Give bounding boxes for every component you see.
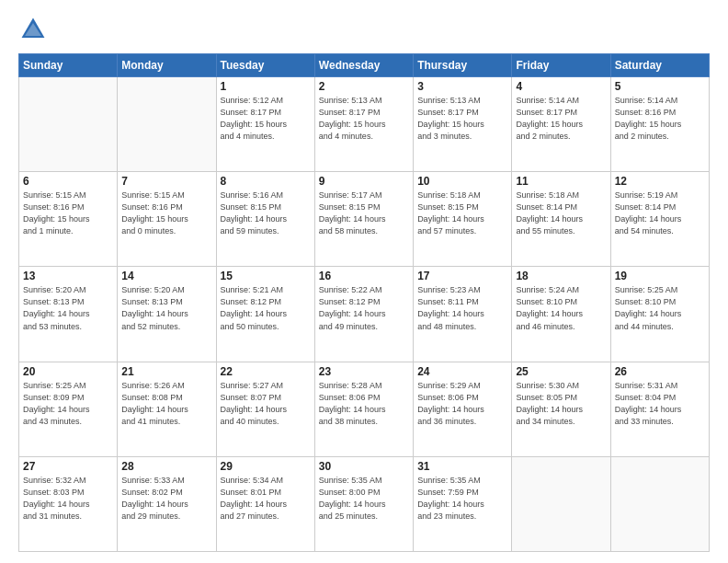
weekday-saturday: Saturday <box>610 54 709 77</box>
day-cell-17: 17Sunrise: 5:23 AM Sunset: 8:11 PM Dayli… <box>414 267 512 362</box>
day-number: 16 <box>319 270 409 282</box>
day-number: 6 <box>23 175 113 188</box>
day-cell-16: 16Sunrise: 5:22 AM Sunset: 8:12 PM Dayli… <box>314 267 413 362</box>
day-info: Sunrise: 5:14 AM Sunset: 8:17 PM Dayligh… <box>516 95 606 143</box>
day-info: Sunrise: 5:26 AM Sunset: 8:08 PM Dayligh… <box>121 380 211 428</box>
day-number: 18 <box>516 270 606 282</box>
day-info: Sunrise: 5:20 AM Sunset: 8:13 PM Dayligh… <box>121 284 211 332</box>
day-number: 31 <box>417 460 507 473</box>
day-number: 27 <box>23 460 113 473</box>
day-info: Sunrise: 5:15 AM Sunset: 8:16 PM Dayligh… <box>121 190 211 237</box>
day-info: Sunrise: 5:35 AM Sunset: 7:59 PM Dayligh… <box>417 475 507 523</box>
day-cell-19: 19Sunrise: 5:25 AM Sunset: 8:10 PM Dayli… <box>610 267 709 362</box>
day-info: Sunrise: 5:21 AM Sunset: 8:12 PM Dayligh… <box>221 284 311 332</box>
day-info: Sunrise: 5:33 AM Sunset: 8:02 PM Dayligh… <box>121 475 211 523</box>
day-cell-7: 7Sunrise: 5:15 AM Sunset: 8:16 PM Daylig… <box>118 172 216 267</box>
day-info: Sunrise: 5:19 AM Sunset: 8:14 PM Dayligh… <box>615 190 705 237</box>
day-number: 10 <box>417 175 507 188</box>
day-cell-29: 29Sunrise: 5:34 AM Sunset: 8:01 PM Dayli… <box>216 456 314 551</box>
day-cell-22: 22Sunrise: 5:27 AM Sunset: 8:07 PM Dayli… <box>216 362 314 456</box>
day-cell-12: 12Sunrise: 5:19 AM Sunset: 8:14 PM Dayli… <box>610 172 709 267</box>
day-number: 19 <box>615 270 705 282</box>
day-info: Sunrise: 5:16 AM Sunset: 8:15 PM Dayligh… <box>221 190 311 237</box>
calendar-table: SundayMondayTuesdayWednesdayThursdayFrid… <box>18 53 710 552</box>
weekday-header-row: SundayMondayTuesdayWednesdayThursdayFrid… <box>19 54 710 77</box>
day-number: 28 <box>121 460 211 473</box>
day-info: Sunrise: 5:18 AM Sunset: 8:14 PM Dayligh… <box>516 190 606 237</box>
weekday-friday: Friday <box>512 54 610 77</box>
day-cell-20: 20Sunrise: 5:25 AM Sunset: 8:09 PM Dayli… <box>19 362 118 456</box>
day-info: Sunrise: 5:34 AM Sunset: 8:01 PM Dayligh… <box>221 475 311 523</box>
day-number: 13 <box>23 270 113 282</box>
day-info: Sunrise: 5:31 AM Sunset: 8:04 PM Dayligh… <box>615 380 705 428</box>
day-cell-27: 27Sunrise: 5:32 AM Sunset: 8:03 PM Dayli… <box>19 456 118 551</box>
day-info: Sunrise: 5:24 AM Sunset: 8:10 PM Dayligh… <box>516 284 606 332</box>
empty-cell <box>512 456 610 551</box>
day-cell-30: 30Sunrise: 5:35 AM Sunset: 8:00 PM Dayli… <box>314 456 413 551</box>
empty-cell <box>118 77 216 172</box>
day-cell-11: 11Sunrise: 5:18 AM Sunset: 8:14 PM Dayli… <box>512 172 610 267</box>
day-info: Sunrise: 5:28 AM Sunset: 8:06 PM Dayligh… <box>319 380 409 428</box>
day-cell-28: 28Sunrise: 5:33 AM Sunset: 8:02 PM Dayli… <box>118 456 216 551</box>
day-number: 12 <box>615 175 705 188</box>
day-number: 3 <box>417 80 507 93</box>
day-cell-24: 24Sunrise: 5:29 AM Sunset: 8:06 PM Dayli… <box>414 362 512 456</box>
empty-cell <box>610 456 709 551</box>
day-number: 5 <box>615 80 705 93</box>
day-number: 4 <box>516 80 606 93</box>
day-number: 22 <box>221 365 311 378</box>
day-cell-4: 4Sunrise: 5:14 AM Sunset: 8:17 PM Daylig… <box>512 77 610 172</box>
header <box>18 15 710 44</box>
day-number: 9 <box>319 175 409 188</box>
empty-cell <box>19 77 118 172</box>
day-info: Sunrise: 5:18 AM Sunset: 8:15 PM Dayligh… <box>417 190 507 237</box>
day-cell-6: 6Sunrise: 5:15 AM Sunset: 8:16 PM Daylig… <box>19 172 118 267</box>
day-number: 29 <box>221 460 311 473</box>
day-cell-14: 14Sunrise: 5:20 AM Sunset: 8:13 PM Dayli… <box>118 267 216 362</box>
day-cell-15: 15Sunrise: 5:21 AM Sunset: 8:12 PM Dayli… <box>216 267 314 362</box>
day-info: Sunrise: 5:27 AM Sunset: 8:07 PM Dayligh… <box>221 380 311 428</box>
day-cell-5: 5Sunrise: 5:14 AM Sunset: 8:16 PM Daylig… <box>610 77 709 172</box>
day-cell-26: 26Sunrise: 5:31 AM Sunset: 8:04 PM Dayli… <box>610 362 709 456</box>
week-row-4: 20Sunrise: 5:25 AM Sunset: 8:09 PM Dayli… <box>19 362 710 456</box>
day-info: Sunrise: 5:15 AM Sunset: 8:16 PM Dayligh… <box>23 190 113 237</box>
day-number: 8 <box>221 175 311 188</box>
day-cell-2: 2Sunrise: 5:13 AM Sunset: 8:17 PM Daylig… <box>314 77 413 172</box>
week-row-5: 27Sunrise: 5:32 AM Sunset: 8:03 PM Dayli… <box>19 456 710 551</box>
day-cell-10: 10Sunrise: 5:18 AM Sunset: 8:15 PM Dayli… <box>414 172 512 267</box>
weekday-tuesday: Tuesday <box>216 54 314 77</box>
day-cell-31: 31Sunrise: 5:35 AM Sunset: 7:59 PM Dayli… <box>414 456 512 551</box>
day-info: Sunrise: 5:23 AM Sunset: 8:11 PM Dayligh… <box>417 284 507 332</box>
day-info: Sunrise: 5:32 AM Sunset: 8:03 PM Dayligh… <box>23 475 113 523</box>
page: SundayMondayTuesdayWednesdayThursdayFrid… <box>0 0 728 563</box>
day-info: Sunrise: 5:14 AM Sunset: 8:16 PM Dayligh… <box>615 95 705 143</box>
day-cell-25: 25Sunrise: 5:30 AM Sunset: 8:05 PM Dayli… <box>512 362 610 456</box>
week-row-2: 6Sunrise: 5:15 AM Sunset: 8:16 PM Daylig… <box>19 172 710 267</box>
day-info: Sunrise: 5:12 AM Sunset: 8:17 PM Dayligh… <box>221 95 311 143</box>
day-number: 7 <box>121 175 211 188</box>
weekday-wednesday: Wednesday <box>314 54 413 77</box>
day-number: 21 <box>121 365 211 378</box>
day-cell-13: 13Sunrise: 5:20 AM Sunset: 8:13 PM Dayli… <box>19 267 118 362</box>
day-info: Sunrise: 5:13 AM Sunset: 8:17 PM Dayligh… <box>319 95 409 143</box>
weekday-sunday: Sunday <box>19 54 118 77</box>
day-number: 14 <box>121 270 211 282</box>
day-info: Sunrise: 5:29 AM Sunset: 8:06 PM Dayligh… <box>417 380 507 428</box>
weekday-thursday: Thursday <box>414 54 512 77</box>
day-info: Sunrise: 5:13 AM Sunset: 8:17 PM Dayligh… <box>417 95 507 143</box>
day-info: Sunrise: 5:22 AM Sunset: 8:12 PM Dayligh… <box>319 284 409 332</box>
day-info: Sunrise: 5:35 AM Sunset: 8:00 PM Dayligh… <box>319 475 409 523</box>
day-number: 17 <box>417 270 507 282</box>
day-cell-21: 21Sunrise: 5:26 AM Sunset: 8:08 PM Dayli… <box>118 362 216 456</box>
day-number: 23 <box>319 365 409 378</box>
day-number: 26 <box>615 365 705 378</box>
day-info: Sunrise: 5:30 AM Sunset: 8:05 PM Dayligh… <box>516 380 606 428</box>
day-number: 11 <box>516 175 606 188</box>
day-number: 30 <box>319 460 409 473</box>
weekday-monday: Monday <box>118 54 216 77</box>
day-cell-9: 9Sunrise: 5:17 AM Sunset: 8:15 PM Daylig… <box>314 172 413 267</box>
day-cell-3: 3Sunrise: 5:13 AM Sunset: 8:17 PM Daylig… <box>414 77 512 172</box>
logo-icon <box>18 15 48 44</box>
day-number: 15 <box>221 270 311 282</box>
logo <box>18 15 53 44</box>
